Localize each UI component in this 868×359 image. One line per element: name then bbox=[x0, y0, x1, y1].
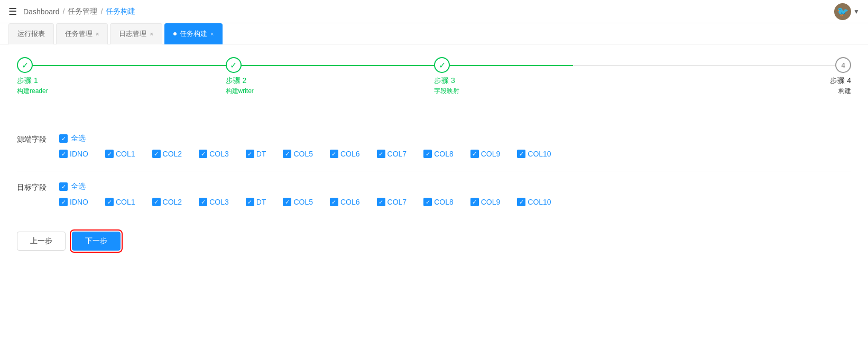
target-field-item-col1[interactable]: COL1 bbox=[105, 198, 135, 206]
source-field-item-idno[interactable]: IDNO bbox=[59, 150, 88, 158]
target-checkbox-col2[interactable] bbox=[152, 198, 161, 206]
source-checkbox-col8[interactable] bbox=[423, 150, 432, 158]
source-checkbox-idno[interactable] bbox=[59, 150, 68, 158]
header: ☰ Dashboard / 任务管理 / 任务构建 🐦 ▼ bbox=[0, 0, 868, 23]
tab-log[interactable]: 日志管理 × bbox=[110, 23, 162, 44]
source-label-col2: COL2 bbox=[163, 150, 182, 158]
step-2-sublabel: 构建writer bbox=[226, 87, 254, 96]
target-field-item-col10[interactable]: COL10 bbox=[517, 198, 551, 206]
tab-task-close[interactable]: × bbox=[96, 31, 99, 37]
target-label-idno: IDNO bbox=[70, 198, 88, 206]
target-field-item-col7[interactable]: COL7 bbox=[377, 198, 407, 206]
stepper: ✓ 步骤 1 构建reader ✓ 步骤 2 构建writer ✓ 步骤 3 字… bbox=[17, 57, 851, 113]
source-checkbox-col6[interactable] bbox=[330, 150, 338, 158]
user-dropdown-arrow[interactable]: ▼ bbox=[853, 8, 860, 15]
target-field-item-idno[interactable]: IDNO bbox=[59, 198, 88, 206]
tab-log-close[interactable]: × bbox=[150, 31, 153, 37]
step-2-circle: ✓ bbox=[226, 57, 242, 73]
target-checkbox-idno[interactable] bbox=[59, 198, 68, 206]
source-field-item-dt[interactable]: DT bbox=[246, 150, 266, 158]
source-field-item-col10[interactable]: COL10 bbox=[517, 150, 551, 158]
target-field-item-col9[interactable]: COL9 bbox=[470, 198, 501, 206]
step-4-sublabel: 构建 bbox=[838, 87, 851, 96]
source-field-item-col5[interactable]: COL5 bbox=[283, 150, 313, 158]
source-checkbox-col7[interactable] bbox=[377, 150, 385, 158]
target-field-item-dt[interactable]: DT bbox=[246, 198, 266, 206]
source-field-item-col3[interactable]: COL3 bbox=[199, 150, 229, 158]
source-checkbox-col10[interactable] bbox=[517, 150, 525, 158]
tab-create-dot bbox=[173, 32, 177, 35]
target-label-col3: COL3 bbox=[209, 198, 229, 206]
source-label-col8: COL8 bbox=[434, 150, 454, 158]
next-button[interactable]: 下一步 bbox=[72, 232, 121, 251]
target-field-item-col3[interactable]: COL3 bbox=[199, 198, 229, 206]
source-label-col7: COL7 bbox=[387, 150, 407, 158]
main-content: ✓ 步骤 1 构建reader ✓ 步骤 2 构建writer ✓ 步骤 3 字… bbox=[0, 44, 868, 263]
target-label-col10: COL10 bbox=[528, 198, 551, 206]
target-checkbox-col7[interactable] bbox=[377, 198, 385, 206]
target-label-col6: COL6 bbox=[340, 198, 360, 206]
source-field-item-col9[interactable]: COL9 bbox=[470, 150, 501, 158]
source-field-item-col8[interactable]: COL8 bbox=[423, 150, 454, 158]
step-1-label: 步骤 1 bbox=[17, 76, 38, 86]
step-1: ✓ 步骤 1 构建reader bbox=[17, 57, 226, 96]
target-fields-content: 全选 IDNOCOL1COL2COL3DTCOL5COL6COL7COL8COL… bbox=[59, 182, 851, 206]
target-checkbox-col8[interactable] bbox=[423, 198, 432, 206]
source-fields-content: 全选 IDNOCOL1COL2COL3DTCOL5COL6COL7COL8COL… bbox=[59, 134, 851, 158]
target-checkbox-col3[interactable] bbox=[199, 198, 207, 206]
target-checkbox-dt[interactable] bbox=[246, 198, 254, 206]
breadcrumb-home[interactable]: Dashboard bbox=[23, 7, 60, 16]
section-divider bbox=[17, 171, 851, 171]
source-select-all-label[interactable]: 全选 bbox=[71, 134, 86, 143]
avatar[interactable]: 🐦 bbox=[834, 3, 851, 20]
target-label-col2: COL2 bbox=[163, 198, 182, 206]
source-checkbox-col2[interactable] bbox=[152, 150, 161, 158]
target-checkbox-col5[interactable] bbox=[283, 198, 291, 206]
prev-button[interactable]: 上一步 bbox=[17, 232, 66, 251]
target-fields-section: 目标字段 全选 IDNOCOL1COL2COL3DTCOL5COL6COL7CO… bbox=[17, 182, 851, 206]
source-checkbox-col1[interactable] bbox=[105, 150, 114, 158]
target-checkbox-col9[interactable] bbox=[470, 198, 479, 206]
target-field-item-col8[interactable]: COL8 bbox=[423, 198, 454, 206]
source-checkbox-dt[interactable] bbox=[246, 150, 254, 158]
source-label-col6: COL6 bbox=[340, 150, 360, 158]
target-select-all-label[interactable]: 全选 bbox=[71, 182, 86, 191]
step-1-sublabel: 构建reader bbox=[17, 87, 48, 96]
source-label-dt: DT bbox=[256, 150, 266, 158]
breadcrumb-sep1: / bbox=[63, 7, 65, 16]
step-3-label: 步骤 3 bbox=[434, 76, 455, 86]
tab-task-label: 任务管理 bbox=[65, 29, 93, 39]
target-label-col5: COL5 bbox=[293, 198, 313, 206]
source-fields-section: 源端字段 全选 IDNOCOL1COL2COL3DTCOL5COL6COL7CO… bbox=[17, 134, 851, 158]
target-checkboxes-row: IDNOCOL1COL2COL3DTCOL5COL6COL7COL8COL9CO… bbox=[59, 198, 851, 206]
source-fields-label: 源端字段 bbox=[17, 134, 59, 144]
menu-icon[interactable]: ☰ bbox=[8, 6, 17, 17]
source-field-item-col1[interactable]: COL1 bbox=[105, 150, 135, 158]
source-field-item-col7[interactable]: COL7 bbox=[377, 150, 407, 158]
target-checkbox-col1[interactable] bbox=[105, 198, 114, 206]
source-checkbox-col5[interactable] bbox=[283, 150, 291, 158]
breadcrumb-section[interactable]: 任务管理 bbox=[68, 7, 97, 16]
source-field-item-col2[interactable]: COL2 bbox=[152, 150, 182, 158]
tab-report[interactable]: 运行报表 bbox=[8, 23, 54, 44]
source-field-row: 源端字段 全选 IDNOCOL1COL2COL3DTCOL5COL6COL7CO… bbox=[17, 134, 851, 158]
step-1-circle: ✓ bbox=[17, 57, 33, 73]
target-field-item-col5[interactable]: COL5 bbox=[283, 198, 313, 206]
source-field-item-col6[interactable]: COL6 bbox=[330, 150, 360, 158]
source-select-all-checkbox[interactable] bbox=[59, 134, 68, 143]
tab-task[interactable]: 任务管理 × bbox=[56, 23, 108, 44]
target-field-item-col2[interactable]: COL2 bbox=[152, 198, 182, 206]
source-checkbox-col9[interactable] bbox=[470, 150, 479, 158]
target-checkbox-col6[interactable] bbox=[330, 198, 338, 206]
breadcrumb-current: 任务构建 bbox=[106, 7, 135, 16]
target-checkbox-col10[interactable] bbox=[517, 198, 525, 206]
target-select-all-checkbox[interactable] bbox=[59, 182, 68, 191]
target-field-item-col6[interactable]: COL6 bbox=[330, 198, 360, 206]
source-checkbox-col3[interactable] bbox=[199, 150, 207, 158]
tab-create-close[interactable]: × bbox=[210, 31, 214, 37]
target-label-col1: COL1 bbox=[116, 198, 135, 206]
step-2: ✓ 步骤 2 构建writer bbox=[226, 57, 435, 96]
tab-create[interactable]: 任务构建 × bbox=[164, 23, 223, 44]
target-label-col8: COL8 bbox=[434, 198, 454, 206]
step-3-sublabel: 字段映射 bbox=[434, 87, 459, 96]
